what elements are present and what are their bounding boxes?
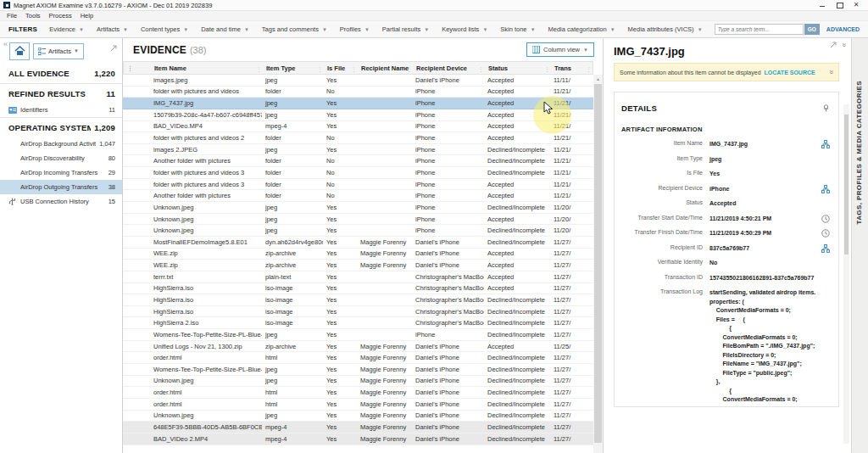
pin-icon[interactable] <box>822 100 830 115</box>
col-header-recipient-device[interactable]: Recipient Device <box>413 64 485 72</box>
hierarchy-icon[interactable] <box>818 140 830 149</box>
chevron-down-icon: ▼ <box>610 27 615 32</box>
filter-dropdown-media-attributes-vics[interactable]: Media attributes (VICS) ▼ <box>628 25 703 33</box>
clock-icon[interactable] <box>818 215 830 224</box>
table-row[interactable]: order.htmlhtmlYesMaggie ForennyDaniel's … <box>123 399 593 411</box>
table-row[interactable]: Unknown.jpegjpegYesiPhoneAccepted11/20/ <box>123 214 593 226</box>
filter-dropdown-evidence[interactable]: Evidence ▼ <box>49 25 84 33</box>
cell-trans: 11/21/ <box>550 122 593 130</box>
table-row[interactable]: terrr.txtplain-textYesChristographer's M… <box>123 271 593 283</box>
cell-status: Declined/Incomplete <box>484 423 550 431</box>
col-header-status[interactable]: Status <box>485 64 551 72</box>
table-row[interactable]: BAD_VIDeo.MP4mpeg-4YesiPhoneAccepted11/2… <box>123 121 593 133</box>
table-row[interactable]: WEE.zipzip-archiveYesMaggie ForennyDanie… <box>123 249 593 260</box>
table-row[interactable]: images.jpegjpegYesDaniel's iPhoneAccepte… <box>123 75 593 87</box>
field-label: Item Name <box>621 140 709 149</box>
field-value: 1574355021806162891-837c5a769b77 <box>709 274 818 283</box>
menu-file[interactable]: File <box>7 12 17 20</box>
detail-field-recipient-device: Recipient DeviceiPhone <box>621 185 830 194</box>
home-button[interactable] <box>9 42 30 60</box>
filter-dropdown-artifacts[interactable]: Artifacts ▼ <box>97 25 128 33</box>
hierarchy-icon[interactable] <box>818 244 830 254</box>
clock-icon[interactable] <box>818 229 830 238</box>
sidebar-item-identifiers[interactable]: Identifiers11 <box>0 103 122 117</box>
table-row[interactable]: Unknown.jpegjpegYesiPhoneDeclined/Incomp… <box>123 202 593 214</box>
table-row[interactable]: Another folder with picturesfolderNoiPho… <box>123 190 593 202</box>
filter-dropdown-keyword-lists[interactable]: Keyword lists ▼ <box>442 25 487 33</box>
details-scrollbar[interactable] <box>843 104 849 444</box>
table-row[interactable]: 15079b39-208c-4a47-b607-c6948ff4576a.JPG… <box>123 109 593 121</box>
collapse-sidebar-icon[interactable]: « <box>3 40 8 48</box>
table-row[interactable]: IMG_7437.jpgjpegYesiPhoneAccepted11/21/ <box>123 98 593 109</box>
table-row[interactable]: Womens-Tee-Top-Petite-Size-PL-Blue-Green… <box>123 329 593 341</box>
cell-item-name: WEE.zip <box>150 261 262 269</box>
cell-item-type: zip-archive <box>262 343 323 350</box>
minimize-icon[interactable] <box>819 2 826 8</box>
filter-dropdown-date-and-time[interactable]: Date and time ▼ <box>201 25 249 33</box>
cell-item-type: mpeg-4 <box>262 435 323 443</box>
table-row[interactable]: Unified Logs - Nov 21, 1300.zipzip-archi… <box>123 341 593 353</box>
sidebar-item-refined-results[interactable]: REFINED RESULTS11 <box>0 83 122 103</box>
table-row[interactable]: WEE.zipzip-archiveYesMaggie ForennyDanie… <box>123 260 593 271</box>
filter-dropdown-content-types[interactable]: Content types ▼ <box>141 25 188 33</box>
table-row[interactable]: MostFinalIEFDemoImage5.8.E01dyn.ah62d4rv… <box>123 237 593 249</box>
sidebar-item-airdrop-discoverability[interactable]: AirDrop Discoverability80 <box>0 151 122 165</box>
table-row[interactable]: HighSierra.isoiso-imageYesChristographer… <box>123 306 593 318</box>
search-input[interactable] <box>715 24 804 35</box>
filter-dropdown-partial-results[interactable]: Partial results ▼ <box>382 25 429 33</box>
view-selector-dropdown[interactable]: Artifacts ▼ <box>33 43 84 59</box>
popout-details-icon[interactable] <box>830 42 837 48</box>
banner-collapse-icon[interactable]: » <box>826 70 835 74</box>
locate-source-link[interactable]: LOCATE SOURCE <box>765 70 815 76</box>
sidebar-item-usb-connection-history[interactable]: USB Connection History15 <box>0 194 122 209</box>
table-row[interactable]: folder with pictures and videos 3folderN… <box>123 167 593 179</box>
table-row[interactable]: Unknown.jpegjpegYesMaggie ForennyDaniel'… <box>123 376 593 388</box>
close-icon[interactable]: ✕ <box>853 2 860 8</box>
col-header-item-name[interactable]: Item Name <box>151 64 263 72</box>
table-row[interactable]: HighSierra 2.isoiso-imageYesChristograph… <box>123 317 593 329</box>
sidebar-item-all-evidence[interactable]: ALL EVIDENCE1,220 <box>0 64 122 83</box>
go-button[interactable]: GO <box>804 24 820 35</box>
popout-icon[interactable] <box>110 40 117 55</box>
table-row[interactable]: 648E5F39-5BBB-40D5-AB5B-6BF0CBEB2202.MP4… <box>123 422 593 433</box>
sidebar-item-airdrop-background-activity[interactable]: AirDrop Background Activity1,047 <box>0 137 122 151</box>
collapse-details-icon[interactable]: » <box>839 42 848 47</box>
tab-tags-profiles-media-categories[interactable]: TAGS, PROFILES & MEDIA CATEGORIES <box>855 81 863 225</box>
table-row[interactable]: BAD_VIDeo 2.MP4mpeg-4YesMaggie ForennyDa… <box>123 433 593 445</box>
table-row[interactable]: order.htmlhtmlYesMaggie ForennyDaniel's … <box>123 352 593 364</box>
sidebar-item-airdrop-incoming-transfers[interactable]: AirDrop Incoming Transfers29 <box>0 165 122 180</box>
filter-dropdown-media-categorization[interactable]: Media categorization ▼ <box>548 25 615 33</box>
table-row[interactable]: Womens-Tee-Top-Petite-Size-PL-Blue-Green… <box>123 364 593 376</box>
filter-dropdown-skin-tone[interactable]: Skin tone ▼ <box>500 25 535 33</box>
column-view-button[interactable]: Column view ▼ <box>526 42 594 57</box>
details-scrollbar-thumb[interactable] <box>844 115 849 254</box>
cell-recipient-device: Daniel's iPhone <box>412 411 484 419</box>
sidebar-item-airdrop-outgoing-transfers[interactable]: AirDrop Outgoing Transfers38 <box>0 180 122 194</box>
col-header-trans[interactable]: Trans <box>551 64 593 72</box>
table-scrollbar-thumb[interactable] <box>594 84 602 443</box>
table-row[interactable]: Unknown.jpegjpegYesMaggie ForennyDaniel'… <box>123 411 593 422</box>
menu-tools[interactable]: Tools <box>25 12 41 20</box>
table-row[interactable]: folder with pictures and videosfolderNoi… <box>123 87 593 98</box>
col-header-recipient-name[interactable]: Recipient Name <box>358 64 413 72</box>
table-row[interactable]: folder with pictures and videos 2folderN… <box>123 132 593 144</box>
menu-process[interactable]: Process <box>49 12 72 20</box>
table-row[interactable]: Another folder with picturesfolderNoiPho… <box>123 155 593 167</box>
filter-dropdown-tags-and-comments[interactable]: Tags and comments ▼ <box>262 25 327 33</box>
menu-help[interactable]: Help <box>81 12 93 20</box>
hierarchy-icon[interactable] <box>818 185 830 194</box>
table-row[interactable]: Unknown.jpegjpegYesiPhoneDeclined/Incomp… <box>123 225 593 237</box>
maximize-icon[interactable] <box>836 2 843 8</box>
table-row[interactable]: folder with pictures and videos 3folderN… <box>123 179 593 191</box>
scroll-up-icon[interactable]: ▲ <box>593 75 603 83</box>
table-row[interactable]: order.htmlhtmlYesMaggie ForennyDaniel's … <box>123 387 593 399</box>
advanced-link[interactable]: ADVANCED <box>826 26 860 32</box>
table-row[interactable]: images 2.JPEGjpegYesiPhoneDeclined/Incom… <box>123 144 593 156</box>
table-scrollbar[interactable]: ▲ <box>593 75 603 453</box>
table-row[interactable]: HighSierra.isoiso-imageYesChristographer… <box>123 294 593 306</box>
col-header-is-file[interactable]: Is File <box>324 64 358 72</box>
sidebar-item-operating-system[interactable]: OPERATING SYSTEM1,209 <box>0 117 122 137</box>
table-row[interactable]: HighSierra.isoiso-imageYesChristographer… <box>123 283 593 295</box>
col-header-item-type[interactable]: Item Type <box>263 64 324 72</box>
filter-dropdown-profiles[interactable]: Profiles ▼ <box>340 25 370 33</box>
